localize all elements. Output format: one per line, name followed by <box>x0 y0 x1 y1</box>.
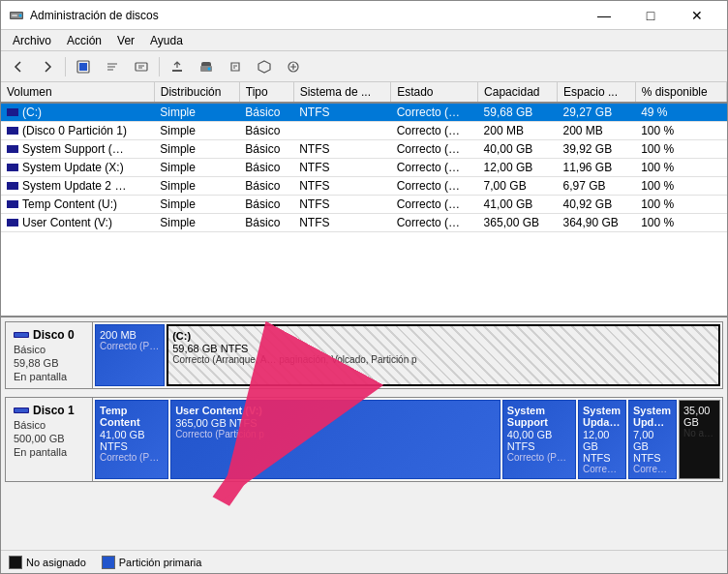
toolbar-btn-2[interactable] <box>99 54 126 79</box>
menu-ver[interactable]: Ver <box>109 32 142 49</box>
disk-1-part-sysupd2[interactable]: System Upd… 7,00 GB NTFS Correcto (Par… <box>628 400 677 479</box>
table-cell-3-4: Correcto (… <box>391 159 478 177</box>
svg-rect-13 <box>15 333 28 337</box>
disk-1-part-temp[interactable]: Temp Content 41,00 GB NTFS Correcto (Par… <box>95 400 168 479</box>
toolbar-btn-6[interactable] <box>222 54 249 79</box>
table-cell-4-4: Correcto (… <box>391 177 478 196</box>
table-cell-2-4: Correcto (… <box>391 140 478 159</box>
disk-1-part-syssupp-title: System Support <box>507 405 571 428</box>
disk-0-partitions: 200 MB Correcto (Partición de sistem (C:… <box>93 322 722 388</box>
disk-1-part-user[interactable]: User Content (V:) 365,00 GB NTFS Correct… <box>170 400 500 479</box>
disk-1-part-sysupd2-size: 7,00 GB NTFS <box>633 429 672 464</box>
table-row[interactable]: System Update (X:)SimpleBásicoNTFSCorrec… <box>1 159 727 177</box>
legend-primary-label: Partición primaria <box>119 557 202 568</box>
table-cell-6-0: User Content (V:) <box>1 214 154 232</box>
disk-1-part-sysupd1[interactable]: System Upda… 12,00 GB NTFS Correcto (Par… <box>578 400 626 479</box>
table-cell-0-5: 59,68 GB <box>478 103 558 122</box>
toolbar-btn-7[interactable] <box>251 54 278 79</box>
disk-0-group: Disco 0 Básico 59,88 GB En pantalla 200 … <box>5 321 723 389</box>
separator-2 <box>159 57 160 76</box>
toolbar-btn-1[interactable] <box>70 54 97 79</box>
volume-table-container[interactable]: Volumen Distribución Tipo Sistema de ...… <box>1 82 727 317</box>
disk-0-part-0-size: 200 MB <box>100 329 160 341</box>
table-cell-1-0: (Disco 0 Partición 1) <box>1 122 154 140</box>
table-cell-0-2: Básico <box>239 103 293 122</box>
maximize-button[interactable]: □ <box>628 2 673 29</box>
back-button[interactable] <box>5 54 32 79</box>
table-cell-4-6: 6,97 GB <box>557 177 635 196</box>
disk-map-area[interactable]: Disco 0 Básico 59,88 GB En pantalla 200 … <box>1 317 727 550</box>
disk-1-part-temp-status: Correcto (Partic… <box>100 452 164 463</box>
toolbar-btn-8[interactable] <box>280 54 307 79</box>
table-cell-4-1: Simple <box>154 177 239 196</box>
table-cell-1-5: 200 MB <box>478 122 558 140</box>
table-cell-1-1: Simple <box>154 122 239 140</box>
table-cell-2-5: 40,00 GB <box>478 140 558 159</box>
disk-1-part-unassigned[interactable]: 35,00 GB No asignado <box>679 400 720 479</box>
table-header-row: Volumen Distribución Tipo Sistema de ...… <box>1 82 727 103</box>
menu-accion[interactable]: Acción <box>59 32 109 49</box>
disk-1-part-temp-title: Temp Content <box>100 405 164 428</box>
col-capacidad: Capacidad <box>478 82 558 103</box>
table-cell-2-3: NTFS <box>293 140 390 159</box>
app-icon <box>9 8 24 23</box>
disk-1-part-sysupd1-size: 12,00 GB NTFS <box>583 429 622 464</box>
disk-1-status: En pantalla <box>14 446 84 458</box>
col-pct: % disponible <box>635 82 726 103</box>
disk-1-icon <box>14 406 29 415</box>
table-cell-1-7: 100 % <box>635 122 726 140</box>
toolbar-btn-3[interactable] <box>128 54 155 79</box>
table-cell-0-4: Correcto (… <box>391 103 478 122</box>
toolbar-btn-4[interactable] <box>164 54 191 79</box>
col-distribucion: Distribución <box>154 82 239 103</box>
table-cell-3-5: 12,00 GB <box>478 159 558 177</box>
toolbar <box>1 51 727 82</box>
close-button[interactable]: ✕ <box>675 2 719 29</box>
table-row[interactable]: System Update 2 …SimpleBásicoNTFSCorrect… <box>1 177 727 196</box>
table-cell-5-0: Temp Content (U:) <box>1 196 154 214</box>
table-row[interactable]: Temp Content (U:)SimpleBásicoNTFSCorrect… <box>1 196 727 214</box>
disk-0-part-c[interactable]: (C:) 59,68 GB NTFS Correcto (Arranque, A… <box>167 324 720 386</box>
minimize-button[interactable]: — <box>582 2 626 29</box>
disk-1-part-syssupp[interactable]: System Support 40,00 GB NTFS Correcto (P… <box>502 400 576 479</box>
disk-1-part-sysupd1-title: System Upda… <box>583 405 622 428</box>
menu-ayuda[interactable]: Ayuda <box>142 32 191 49</box>
table-cell-6-1: Simple <box>154 214 239 232</box>
table-row[interactable]: (Disco 0 Partición 1)SimpleBásicoCorrect… <box>1 122 727 140</box>
col-estado: Estado <box>391 82 478 103</box>
disk-1-title: Disco 1 <box>33 404 75 417</box>
table-row[interactable]: User Content (V:)SimpleBásicoNTFSCorrect… <box>1 214 727 232</box>
table-row[interactable]: (C:)SimpleBásicoNTFSCorrecto (…59,68 GB2… <box>1 103 727 122</box>
disk-0-part-0[interactable]: 200 MB Correcto (Partición de sistem <box>95 324 165 386</box>
table-cell-3-0: System Update (X:) <box>1 159 154 177</box>
legend-bar: No asignado Partición primaria <box>1 550 727 573</box>
menu-archivo[interactable]: Archivo <box>5 32 59 49</box>
disk-1-part-syssupp-size: 40,00 GB NTFS <box>507 429 571 452</box>
table-cell-2-6: 39,92 GB <box>557 140 635 159</box>
window-controls: — □ ✕ <box>582 2 719 29</box>
title-bar: Administración de discos — □ ✕ <box>1 1 727 30</box>
legend-unassigned-box <box>9 556 22 569</box>
table-cell-0-0: (C:) <box>1 103 154 122</box>
svg-rect-15 <box>15 408 28 412</box>
disk-0-part-c-size: 59,68 GB NTFS <box>172 343 714 354</box>
disk-1-part-syssupp-status: Correcto (Partici… <box>507 452 571 463</box>
table-cell-4-2: Básico <box>239 177 293 196</box>
table-row[interactable]: System Support (…SimpleBásicoNTFSCorrect… <box>1 140 727 159</box>
table-cell-2-7: 100 % <box>635 140 726 159</box>
table-cell-2-0: System Support (… <box>1 140 154 159</box>
table-cell-5-3: NTFS <box>293 196 390 214</box>
svg-rect-6 <box>136 63 147 71</box>
table-cell-2-1: Simple <box>154 140 239 159</box>
table-cell-6-7: 100 % <box>635 214 726 232</box>
toolbar-btn-5[interactable] <box>193 54 220 79</box>
table-cell-5-2: Básico <box>239 196 293 214</box>
disk-0-icon <box>14 330 29 340</box>
main-content: Volumen Distribución Tipo Sistema de ...… <box>1 82 727 573</box>
disk-0-part-c-status: Correcto (Arranque, A… paginación, Volca… <box>172 354 714 365</box>
disk-1-part-user-title: User Content (V:) <box>175 405 496 416</box>
forward-button[interactable] <box>34 54 61 79</box>
disk-1-label: Disco 1 Básico 500,00 GB En pantalla <box>6 398 93 481</box>
main-window: Administración de discos — □ ✕ Archivo A… <box>0 0 728 574</box>
svg-point-2 <box>19 14 22 16</box>
